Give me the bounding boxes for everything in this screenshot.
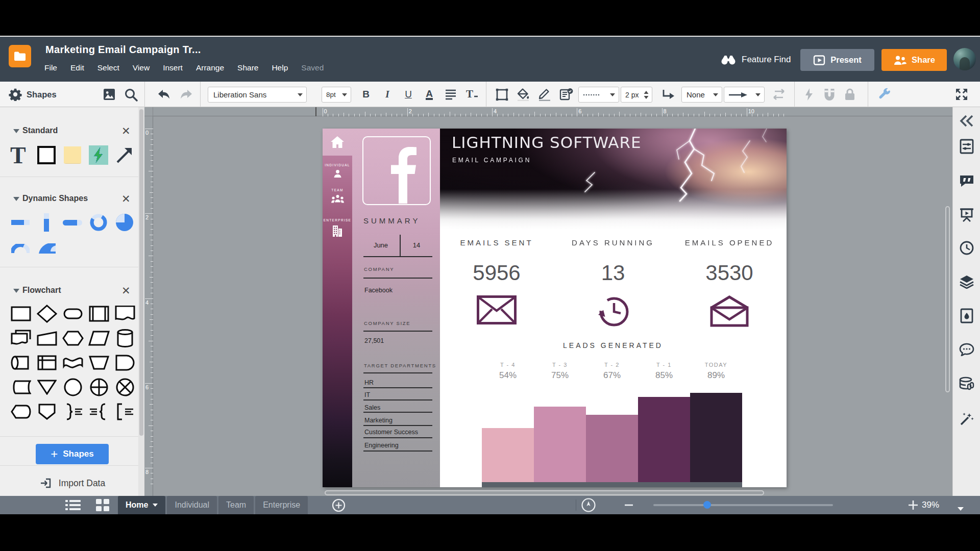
fill-color-button[interactable] [514,82,532,107]
menu-arrange[interactable]: Arrange [196,63,224,72]
panel-scrollbar-thumb[interactable] [139,109,143,436]
shape-fc-bracket[interactable] [113,399,137,424]
bar-t-4[interactable] [482,428,534,482]
shape-fc-predefined[interactable] [87,302,111,326]
line-style-select[interactable] [578,87,619,103]
collapse-chevrons-icon[interactable] [953,115,980,127]
shape-rectangle-solid[interactable] [34,143,59,167]
menu-select[interactable]: Select [97,63,119,72]
document-title[interactable]: Marketing Email Campaign Tr... [45,44,201,56]
add-shapes-button[interactable]: + Shapes [36,444,109,464]
image-icon[interactable] [101,82,117,107]
shape-fc-multidocument[interactable] [9,326,33,350]
search-icon[interactable] [122,82,139,107]
swap-arrows-icon[interactable] [770,82,788,107]
shape-outline-button[interactable] [493,82,510,107]
style-ink-icon[interactable] [953,308,980,323]
shape-fc-document[interactable] [113,302,137,326]
grid-view-icon[interactable] [96,496,109,514]
list-view-icon[interactable] [65,496,81,514]
shape-fc-or[interactable] [87,375,111,399]
magic-wand-icon[interactable] [953,411,980,427]
bar-t-1[interactable] [638,397,690,482]
shape-fc-offpage[interactable] [35,399,59,424]
share-button[interactable]: Share [881,49,947,71]
underline-button[interactable]: U [405,89,412,100]
menu-view[interactable]: View [133,63,150,72]
import-data-button[interactable]: Import Data [0,472,144,494]
menu-insert[interactable]: Insert [163,63,183,72]
shape-fc-brace-left[interactable] [87,399,111,424]
bold-button[interactable]: B [362,89,370,100]
tab-team[interactable]: Team [218,496,254,514]
present-button[interactable]: Present [800,49,874,71]
lock-icon[interactable] [841,82,859,107]
shape-progress-hbar[interactable] [8,210,33,235]
lightning-icon[interactable] [800,82,818,107]
feature-find-button[interactable]: Feature Find [721,53,791,67]
layers-icon[interactable] [953,274,980,289]
redo-icon[interactable] [177,82,195,107]
zoom-level[interactable]: 39% [922,496,939,514]
wrench-icon[interactable] [876,82,893,107]
zoom-slider-track[interactable] [653,504,833,506]
shape-fc-internal-storage[interactable] [35,350,59,375]
italic-button[interactable]: I [385,89,389,100]
pan-navigation-icon[interactable] [581,496,596,514]
line-color-button[interactable] [536,82,553,107]
collapse-triangle-icon[interactable] [13,289,19,293]
zoom-in-icon[interactable] [908,496,919,514]
text-align-button[interactable] [442,82,459,107]
font-family-select[interactable]: Liberation Sans [208,87,307,103]
shape-fc-delay[interactable] [113,350,137,375]
zoom-out-icon[interactable] [624,496,634,514]
shape-bolt-tile[interactable] [86,143,111,167]
shape-fc-preparation[interactable] [61,326,85,350]
gear-icon[interactable] [7,82,24,107]
close-icon[interactable]: ✕ [121,125,131,137]
arrow-style-select[interactable] [724,87,765,103]
shape-fc-data[interactable] [87,326,111,350]
shape-fc-database[interactable] [113,326,137,350]
document-page[interactable]: INDIVIDUAL TEAM ENTERPRISE SUMMARY June … [323,129,787,487]
shape-fc-connector[interactable] [61,375,85,399]
zoom-caret-icon[interactable] [958,504,964,513]
history-clock-icon[interactable] [953,241,980,255]
line-width-stepper[interactable]: 2 px [621,87,652,103]
shape-fc-terminator[interactable] [61,302,85,326]
connector-type-button[interactable] [659,82,678,107]
shape-fc-brace-right[interactable] [61,399,85,424]
shape-fc-direct-storage[interactable] [9,350,33,375]
collapse-triangle-icon[interactable] [13,129,19,133]
tab-individual[interactable]: Individual [167,496,217,514]
canvas-horizontal-scrollbar[interactable] [325,490,764,495]
bar-t-2[interactable] [586,415,638,482]
shape-fc-merge[interactable] [35,375,59,399]
shape-fc-stored-data[interactable] [9,375,33,399]
user-avatar[interactable] [953,48,976,70]
menu-share[interactable]: Share [237,63,258,72]
shape-fc-paper-tape[interactable] [61,350,85,375]
menu-help[interactable]: Help [272,63,288,72]
chat-bubble-icon[interactable] [953,343,980,356]
text-color-button[interactable]: A [426,89,433,100]
document-folder-icon[interactable] [9,45,31,67]
shape-style-button[interactable] [557,82,575,107]
shape-pie[interactable] [112,210,137,235]
canvas-vertical-scrollbar[interactable] [945,206,950,392]
canvas[interactable]: INDIVIDUAL TEAM ENTERPRISE SUMMARY June … [153,116,954,496]
shape-fc-decision[interactable] [35,302,59,326]
shape-fc-summing-junction[interactable] [113,375,137,399]
text-options-button[interactable]: T [463,82,480,107]
present-slides-icon[interactable] [953,207,980,222]
bar-today[interactable] [690,393,742,482]
font-size-select[interactable]: 8pt [322,87,351,103]
shape-arrow-ne[interactable] [112,143,137,167]
add-page-icon[interactable] [332,496,346,514]
close-icon[interactable]: ✕ [121,193,131,205]
shape-progress-vbar[interactable] [34,210,59,235]
menu-file[interactable]: File [44,63,57,72]
page-settings-icon[interactable] [953,139,980,154]
data-link-icon[interactable] [953,377,980,391]
shape-donut[interactable] [86,210,111,235]
